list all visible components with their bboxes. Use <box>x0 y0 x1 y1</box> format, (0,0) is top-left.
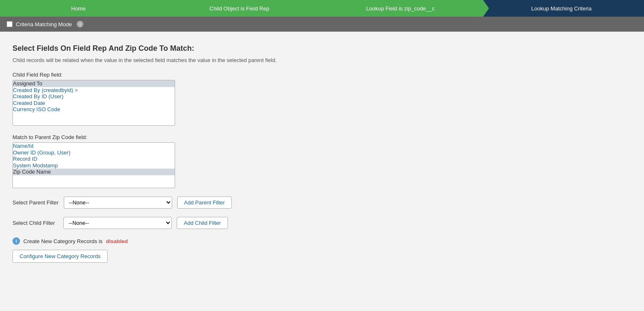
criteria-bar: Criteria Matching Mode i <box>0 17 644 32</box>
parent-field-label: Match to Parent Zip Code field: <box>13 134 631 140</box>
breadcrumb-nav: Home Child Object is Field Rep Lookup Fi… <box>0 0 644 17</box>
child-field-section: Child Field Rep field: Assigned To Creat… <box>13 72 631 126</box>
child-field-listbox[interactable]: Assigned To Created By (createdbyid) > C… <box>13 80 175 126</box>
parent-field-section: Match to Parent Zip Code field: Name/Id … <box>13 134 631 188</box>
category-row: i Create New Category Records is disable… <box>13 237 631 245</box>
parent-filter-select[interactable]: --None-- <box>64 197 172 209</box>
child-field-label: Child Field Rep field: <box>13 72 631 78</box>
criteria-bar-label: Criteria Matching Mode <box>16 21 72 27</box>
list-item[interactable]: Created Date <box>13 100 175 107</box>
breadcrumb-home[interactable]: Home <box>0 0 161 17</box>
parent-filter-label: Select Parent Filter <box>13 199 59 206</box>
child-filter-row: Select Child Filter --None-- Add Child F… <box>13 217 631 229</box>
list-item[interactable]: Created By (createdbyid) > <box>13 87 175 94</box>
breadcrumb-child-object[interactable]: Child Object is Field Rep <box>161 0 322 17</box>
breadcrumb-lookup-matching-label: Lookup Matching Criteria <box>531 5 592 12</box>
list-item[interactable]: Created By ID (User) <box>13 93 175 100</box>
configure-category-button[interactable]: Configure New Category Records <box>13 250 108 263</box>
main-content: Select Fields On Field Rep And Zip Code … <box>0 32 644 309</box>
list-item[interactable]: Currency ISO Code <box>13 106 175 113</box>
breadcrumb-lookup-matching[interactable]: Lookup Matching Criteria <box>483 0 644 17</box>
page-title: Select Fields On Field Rep And Zip Code … <box>13 44 631 53</box>
breadcrumb-child-object-label: Child Object is Field Rep <box>210 5 269 12</box>
category-text: Create New Category Records is <box>23 238 103 244</box>
list-item[interactable]: Assigned To <box>13 80 175 87</box>
add-child-filter-button[interactable]: Add Child Filter <box>177 217 228 229</box>
list-item[interactable]: System Modstamp <box>13 162 175 169</box>
list-item[interactable]: Owner ID (Group, User) <box>13 149 175 156</box>
parent-filter-row: Select Parent Filter --None-- Add Parent… <box>13 197 631 209</box>
child-filter-select[interactable]: --None-- <box>63 217 172 229</box>
parent-field-listbox[interactable]: Name/Id Owner ID (Group, User) Record ID… <box>13 142 175 188</box>
add-parent-filter-button[interactable]: Add Parent Filter <box>177 197 232 209</box>
breadcrumb-lookup-field[interactable]: Lookup Field is zip_code__c <box>322 0 483 17</box>
breadcrumb-lookup-field-label: Lookup Field is zip_code__c <box>366 5 435 12</box>
criteria-info-icon[interactable]: i <box>77 21 83 27</box>
category-status: disabled <box>106 238 128 244</box>
page-subtitle: Child records will be related when the v… <box>13 57 631 63</box>
list-item[interactable]: Zip Code Name <box>13 169 175 175</box>
list-item[interactable]: Name/Id <box>13 143 175 149</box>
category-info-icon[interactable]: i <box>13 237 20 245</box>
list-item[interactable]: Record ID <box>13 156 175 162</box>
breadcrumb-home-label: Home <box>71 5 86 12</box>
criteria-checkbox[interactable] <box>7 21 13 27</box>
child-filter-label: Select Child Filter <box>13 220 58 226</box>
